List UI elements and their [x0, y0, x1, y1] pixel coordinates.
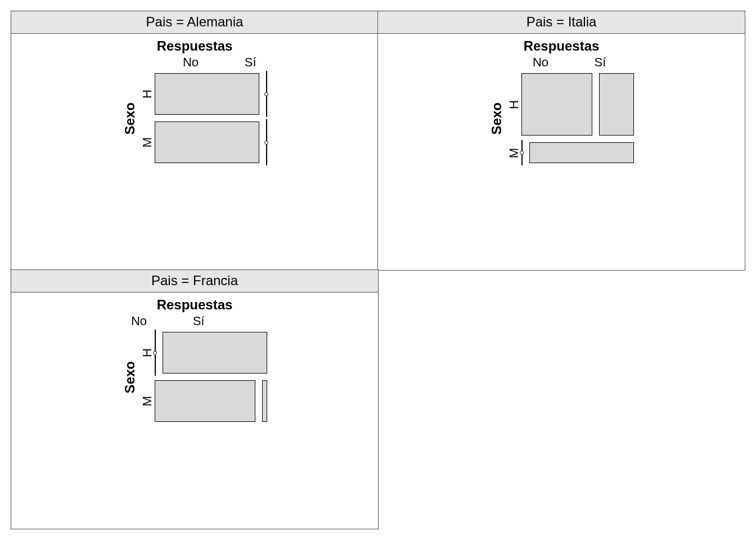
mosaic-zero-marker: [266, 73, 267, 115]
mosaic-tile: [155, 73, 259, 115]
panel-italia: Pais = Italia RespuestasNoSíSexoHM: [377, 11, 745, 271]
plot-title: Respuestas: [157, 297, 233, 313]
panel-body: RespuestasNoSíSexoHM: [11, 292, 378, 529]
panel-body: RespuestasNoSíSexoHM: [378, 34, 745, 270]
panel-francia: Pais = Francia RespuestasNoSíSexoHM: [11, 269, 379, 529]
mosaic-tile: [262, 380, 267, 422]
column-label: No: [131, 314, 147, 328]
mosaic-tile: [163, 332, 267, 374]
mosaic-plot: [521, 73, 634, 163]
row-labels: HM: [507, 73, 521, 163]
column-labels: NoSí: [138, 55, 251, 70]
mosaic-tile: [521, 73, 592, 136]
row-label: M: [140, 137, 155, 147]
mosaic-tile: [529, 142, 634, 163]
panel-empty: [377, 269, 745, 529]
column-label: No: [183, 55, 199, 70]
plot-title: Respuestas: [157, 38, 233, 54]
mosaic-plot: [155, 332, 267, 422]
plot-title: Respuestas: [524, 38, 600, 54]
row-labels: HM: [140, 73, 155, 163]
chart-grid: Pais = Alemania RespuestasNoSíSexoHM Pai…: [11, 11, 745, 529]
row-label: H: [507, 100, 521, 109]
mosaic-tile: [155, 380, 255, 422]
mosaic-zero-marker: [155, 332, 156, 374]
y-axis-title: Sexo: [122, 102, 138, 134]
mosaic-zero-marker: [266, 122, 267, 163]
panel-header: Pais = Francia: [11, 270, 378, 292]
column-label: Sí: [245, 55, 256, 70]
mosaic-plot: [155, 73, 267, 163]
column-labels: NoSí: [505, 55, 618, 70]
panel-header: Pais = Alemania: [11, 11, 378, 34]
panel-header: Pais = Italia: [378, 11, 745, 34]
row-label: H: [140, 89, 155, 98]
mosaic-tile: [155, 122, 259, 163]
row-labels: HM: [140, 332, 155, 422]
mosaic-tile: [599, 73, 634, 136]
y-axis-title: Sexo: [489, 102, 505, 134]
column-label: Sí: [595, 55, 606, 70]
row-label: M: [140, 396, 155, 406]
column-labels: NoSí: [138, 314, 251, 328]
panel-body: RespuestasNoSíSexoHM: [11, 34, 378, 270]
mosaic-zero-marker: [521, 142, 523, 163]
y-axis-title: Sexo: [122, 361, 138, 393]
column-label: Sí: [193, 314, 205, 328]
column-label: No: [533, 55, 548, 70]
panel-alemania: Pais = Alemania RespuestasNoSíSexoHM: [11, 11, 379, 271]
